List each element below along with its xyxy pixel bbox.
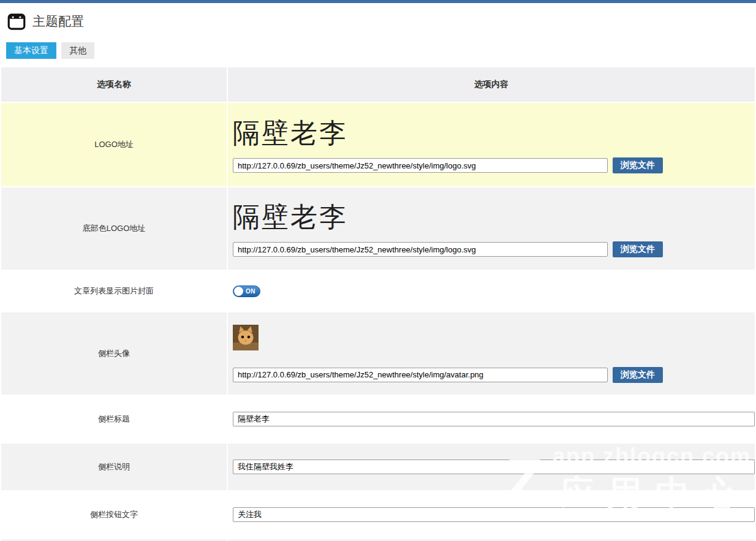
table-row: 侧栏标题 (1, 396, 755, 442)
option-content-sidebar-title (228, 396, 755, 442)
table-row: 侧栏头像 浏览文件 (1, 312, 755, 395)
option-content-sidebar-avatar: 浏览文件 (228, 312, 755, 395)
logo-preview: 隔壁老李 (233, 116, 755, 149)
option-label-sidebar-description: 侧栏说明 (1, 444, 227, 490)
toggle-state-label: ON (246, 288, 255, 295)
tab-bar: 基本设置 其他 (0, 30, 756, 59)
option-content-sidebar-description (228, 444, 755, 490)
table-row: 文章列表显示图片封面 ON (1, 271, 755, 311)
table-header-row: 选项名称 选项内容 (1, 67, 755, 102)
column-header-option-content: 选项内容 (228, 67, 755, 102)
tab-other[interactable]: 其他 (61, 42, 94, 59)
browse-file-button[interactable]: 浏览文件 (613, 241, 663, 257)
option-content-sidebar-button-text (228, 491, 755, 538)
browse-file-button[interactable]: 浏览文件 (613, 367, 663, 383)
list-cover-toggle[interactable]: ON (233, 286, 260, 297)
sidebar-description-input[interactable] (233, 460, 755, 474)
option-label-sidebar-button-text: 侧栏按钮文字 (1, 491, 227, 538)
option-label-logo-url: LOGO地址 (1, 103, 227, 186)
browse-file-button[interactable]: 浏览文件 (613, 157, 663, 173)
theme-window-icon (7, 13, 26, 30)
option-label-sidebar-title: 侧栏标题 (1, 396, 227, 442)
sidebar-button-text-input[interactable] (233, 507, 755, 522)
footer-logo-url-input[interactable] (233, 242, 608, 257)
options-table: 选项名称 选项内容 LOGO地址 隔壁老李 浏览文件 底部色LOGO地址 隔壁老… (0, 66, 756, 541)
toggle-knob-icon (234, 287, 243, 296)
avatar-url-input[interactable] (233, 368, 608, 382)
tab-basic-settings[interactable]: 基本设置 (6, 42, 56, 59)
option-label-list-cover: 文章列表显示图片封面 (1, 271, 227, 311)
footer-logo-preview: 隔壁老李 (233, 200, 755, 233)
avatar-preview-image (233, 325, 259, 350)
option-content-logo-url: 隔壁老李 浏览文件 (228, 103, 755, 186)
option-content-list-cover: ON (228, 271, 755, 311)
table-row: 侧栏说明 (1, 444, 755, 490)
table-row: 底部色LOGO地址 隔壁老李 浏览文件 (1, 187, 755, 270)
logo-url-input[interactable] (233, 158, 608, 173)
table-row: 侧栏按钮文字 (1, 491, 755, 538)
table-row: LOGO地址 隔壁老李 浏览文件 (1, 103, 755, 186)
option-label-footer-logo-url: 底部色LOGO地址 (1, 187, 227, 270)
column-header-option-name: 选项名称 (1, 67, 227, 102)
page-header: 主题配置 (0, 3, 756, 30)
page-title: 主题配置 (32, 13, 84, 30)
sidebar-title-input[interactable] (233, 412, 755, 426)
theme-config-page: 主题配置 基本设置 其他 选项名称 选项内容 LOGO地址 隔壁老李 浏览文件 (0, 0, 756, 541)
option-content-footer-logo-url: 隔壁老李 浏览文件 (228, 187, 755, 270)
option-label-sidebar-avatar: 侧栏头像 (1, 312, 227, 395)
